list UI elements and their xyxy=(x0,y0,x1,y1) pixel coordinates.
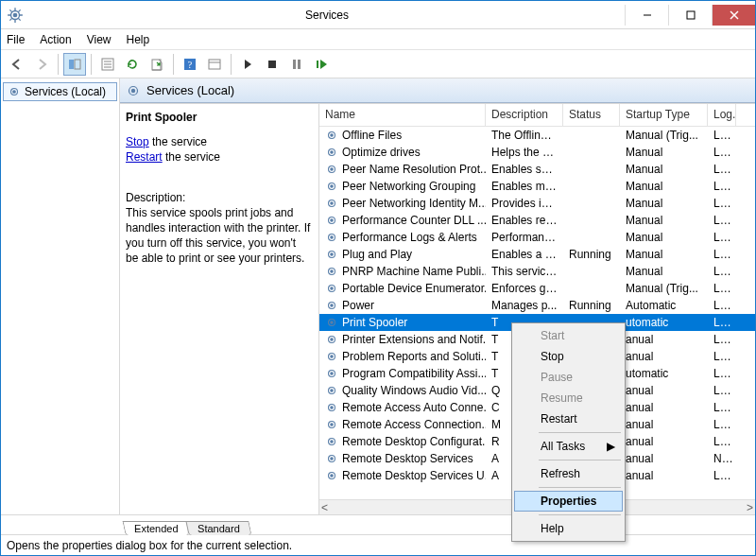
gear-icon xyxy=(325,333,338,346)
cell-startup: Manual xyxy=(620,231,708,244)
cell-logon: Loc xyxy=(708,469,736,482)
svg-point-56 xyxy=(331,390,333,391)
svg-point-40 xyxy=(331,253,333,255)
cell-name: Peer Networking Identity M... xyxy=(342,197,486,210)
toolbar-pause-service-button[interactable] xyxy=(285,53,308,76)
service-row[interactable]: Offline FilesThe Offline ...Manual (Trig… xyxy=(319,127,755,144)
tab-standard[interactable]: Standard xyxy=(186,521,252,535)
cell-logon: Loc xyxy=(708,316,736,329)
context-menu: Start Stop Pause Resume Restart All Task… xyxy=(511,322,626,542)
minimize-button[interactable] xyxy=(625,5,668,26)
cell-logon: Loc xyxy=(708,401,736,414)
svg-point-26 xyxy=(331,134,333,136)
col-header-name[interactable]: Name xyxy=(319,104,486,126)
ctx-help[interactable]: Help xyxy=(514,518,623,539)
cell-startup: Manual xyxy=(620,163,708,176)
toolbar-refresh-button[interactable] xyxy=(121,53,144,76)
cell-startup: utomatic xyxy=(620,316,708,329)
svg-point-24 xyxy=(131,89,134,92)
service-row[interactable]: Plug and PlayEnables a c...RunningManual… xyxy=(319,246,755,263)
ctx-properties[interactable]: Properties xyxy=(514,491,623,512)
menu-file[interactable]: File xyxy=(7,33,25,46)
scroll-right-arrow[interactable]: > xyxy=(747,501,753,514)
restart-link[interactable]: Restart xyxy=(126,150,163,164)
ctx-all-tasks[interactable]: All Tasks ▶ xyxy=(514,436,623,457)
service-row[interactable]: Performance Logs & AlertsPerformanc...Ma… xyxy=(319,229,755,246)
cell-logon: Loc xyxy=(708,163,736,176)
ctx-restart[interactable]: Restart xyxy=(514,408,623,429)
cell-startup: utomatic xyxy=(620,367,708,380)
scroll-left-arrow[interactable]: < xyxy=(321,501,328,514)
cell-startup: Manual (Trig... xyxy=(620,129,708,142)
svg-point-44 xyxy=(331,287,333,289)
cell-logon: Loc xyxy=(708,384,736,397)
svg-point-66 xyxy=(331,475,333,477)
col-header-logon[interactable]: Log... xyxy=(708,104,736,126)
cell-logon: Loc xyxy=(708,180,736,193)
svg-point-62 xyxy=(331,441,333,443)
cell-logon: Loc xyxy=(708,333,736,346)
gear-icon xyxy=(325,435,338,448)
toolbar: ? xyxy=(1,50,755,78)
service-row[interactable]: Optimize drivesHelps the c...ManualLoc xyxy=(319,144,755,161)
toolbar-back-button[interactable] xyxy=(6,53,28,76)
cell-startup: Manual xyxy=(620,265,708,278)
toolbar-properties-button[interactable] xyxy=(96,53,119,76)
col-header-desc[interactable]: Description xyxy=(486,104,563,126)
toolbar-start-service-button[interactable] xyxy=(236,53,259,76)
tab-extended[interactable]: Extended xyxy=(122,521,190,535)
service-row[interactable]: PNRP Machine Name Publi...This service .… xyxy=(319,263,755,280)
service-row[interactable]: Portable Device Enumerator...Enforces gr… xyxy=(319,280,755,297)
close-button[interactable] xyxy=(712,5,755,26)
toolbar-forward-button[interactable] xyxy=(30,53,53,76)
service-row[interactable]: Peer Networking Identity M...Provides id… xyxy=(319,195,755,212)
ctx-resume[interactable]: Resume xyxy=(514,388,623,408)
gear-icon xyxy=(325,248,338,261)
ctx-pause[interactable]: Pause xyxy=(514,367,623,388)
ctx-refresh[interactable]: Refresh xyxy=(514,463,623,484)
ctx-start[interactable]: Start xyxy=(514,325,623,346)
tree-item-services-local[interactable]: Services (Local) xyxy=(3,82,117,101)
svg-point-38 xyxy=(331,236,333,238)
ctx-stop[interactable]: Stop xyxy=(514,346,623,367)
cell-logon: Loc xyxy=(708,231,736,244)
col-header-status[interactable]: Status xyxy=(563,104,620,126)
svg-point-60 xyxy=(331,424,333,426)
svg-text:?: ? xyxy=(188,60,193,70)
service-row[interactable]: Peer Name Resolution Prot...Enables serv… xyxy=(319,161,755,178)
service-row[interactable]: Peer Networking GroupingEnables mul...Ma… xyxy=(319,178,755,195)
gear-icon xyxy=(8,85,21,98)
gear-icon xyxy=(325,265,338,278)
gear-icon xyxy=(325,384,338,397)
menu-help[interactable]: Help xyxy=(127,33,150,46)
toolbar-stop-service-button[interactable] xyxy=(261,53,284,76)
cell-status: Running xyxy=(563,248,620,261)
titlebar: Services xyxy=(1,1,755,29)
service-row[interactable]: Performance Counter DLL ...Enables rem..… xyxy=(319,212,755,229)
menu-view[interactable]: View xyxy=(87,33,112,46)
toolbar-restart-service-button[interactable] xyxy=(310,53,333,76)
svg-point-46 xyxy=(331,304,333,306)
app-icon xyxy=(7,7,24,24)
toolbar-export-button[interactable] xyxy=(146,53,168,76)
toolbar-separator xyxy=(231,54,232,75)
service-row[interactable]: PowerManages p...RunningAutomaticLoc xyxy=(319,297,755,314)
toolbar-show-hide-tree-button[interactable] xyxy=(63,53,86,76)
svg-point-50 xyxy=(331,339,333,340)
statusbar: Opens the properties dialog box for the … xyxy=(1,534,755,555)
service-action-restart: Restart the service xyxy=(126,149,311,165)
gear-icon xyxy=(325,214,338,227)
svg-rect-19 xyxy=(298,60,301,69)
svg-point-52 xyxy=(331,356,333,357)
stop-link[interactable]: Stop xyxy=(126,135,149,148)
toolbar-separator xyxy=(173,54,174,75)
maximize-button[interactable] xyxy=(668,5,712,26)
detail-pane: Print Spooler Stop the service Restart t… xyxy=(120,104,318,514)
cell-startup: anual xyxy=(620,333,708,346)
toolbar-view-list-button[interactable] xyxy=(203,53,226,76)
menu-action[interactable]: Action xyxy=(40,33,71,46)
cell-name: Quality Windows Audio Vid... xyxy=(342,384,486,397)
col-header-startup[interactable]: Startup Type xyxy=(620,104,708,126)
toolbar-help-button[interactable]: ? xyxy=(179,53,201,76)
cell-startup: anual xyxy=(620,384,708,397)
